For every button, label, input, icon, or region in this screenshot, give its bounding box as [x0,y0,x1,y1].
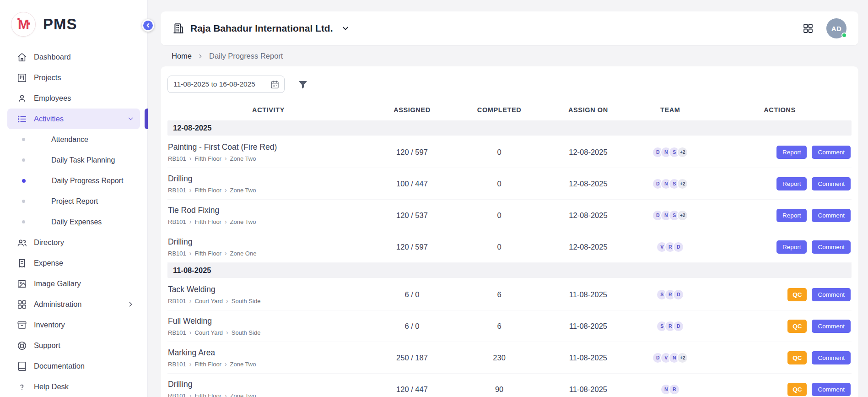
chevron-right-icon: › [225,218,227,225]
comment-button[interactable]: Comment [812,146,851,159]
qc-button[interactable]: QC [787,320,807,333]
sidebar-item-projects[interactable]: Projects [7,67,140,88]
date-group-header: 12-08-2025 [167,120,852,136]
path-segment: RB101 [168,329,186,336]
activity-cell: Full WeldingRB101›Court Yard›South Side [167,316,369,336]
sidebar-item-dashboard[interactable]: Dashboard [7,47,140,67]
sidebar-subitem-daily-expenses[interactable]: Daily Expenses [7,212,140,232]
comment-button[interactable]: Comment [812,288,851,301]
path-segment: Fifth Floor [194,187,221,194]
sidebar-subitem-daily-progress-report[interactable]: Daily Progress Report [7,170,140,191]
path-segment: Fifth Floor [194,361,221,368]
qc-button[interactable]: QC [787,288,807,301]
comment-button[interactable]: Comment [812,383,851,396]
report-button[interactable]: Report [776,240,807,254]
activity-name: Drilling [168,237,369,247]
team-avatar[interactable]: D [673,321,684,332]
sidebar-item-label: Documentation [34,362,85,370]
sidebar-item-administration[interactable]: Administration [7,294,140,315]
sidebar-collapse-button[interactable] [142,19,154,32]
report-button[interactable]: Report [776,146,807,159]
team-overflow-badge[interactable]: +2 [677,210,688,221]
chevron-right-icon: › [225,392,227,397]
sidebar-item-label: Directory [34,238,64,247]
company-selector[interactable]: Raja Bahadur International Ltd. [173,22,350,34]
sidebar-item-inventory[interactable]: Inventory [7,315,140,335]
team-avatar[interactable]: D [673,241,684,253]
sidebar-item-label: Inventory [34,321,65,329]
sidebar-item-image-gallary[interactable]: Image Gallary [7,273,140,294]
activity-cell: DrillingRB101›Fifth Floor›Zone Two [167,380,369,397]
activity-cell: Tack WeldingRB101›Court Yard›South Side [167,285,369,305]
column-header-completed: COMPLETED [455,106,544,114]
assigned-value: 100 / 447 [369,179,455,188]
activity-cell: Tie Rod FixingRB101›Fifth Floor›Zone Two [167,206,369,225]
chevron-right-icon: › [225,361,227,367]
sidebar-item-documentation[interactable]: Documentation [7,356,140,376]
assigned-value: 120 / 597 [369,243,455,251]
apps-grid-icon[interactable] [803,23,814,34]
sidebar-subitem-project-report[interactable]: Project Report [7,191,140,212]
chevron-right-icon: › [226,329,228,336]
docs-icon [17,361,27,371]
team-overflow-badge[interactable]: +2 [677,352,688,364]
completed-value: 230 [455,353,544,362]
team-avatar[interactable]: R [669,384,680,395]
activity-location-path: RB101›Fifth Floor›Zone Two [168,155,369,162]
sidebar-subitem-daily-task-planning[interactable]: Daily Task Planning [7,150,140,170]
sidebar-subitem-attendance[interactable]: Attendance [7,129,140,150]
activity-row: Painting - First Coat (Fire Red)RB101›Fi… [167,136,852,168]
qc-button[interactable]: QC [787,383,807,396]
sidebar-nav: DashboardProjectsEmployeesActivitiesAtte… [0,47,147,397]
chevron-down-icon [127,115,135,123]
assigned-value: 250 / 187 [369,353,455,362]
activity-row: Full WeldingRB101›Court Yard›South Side6… [167,310,852,342]
comment-button[interactable]: Comment [812,351,851,364]
comment-button[interactable]: Comment [812,320,851,333]
column-header-actions: ACTIONS [708,106,852,114]
team-overflow-badge[interactable]: +2 [677,147,688,158]
sidebar-item-expense[interactable]: Expense [7,253,140,273]
assign-on-value: 11-08-2025 [544,322,632,331]
actions-cell: QCComment [708,288,852,301]
report-button[interactable]: Report [776,209,807,222]
date-range-picker[interactable] [167,76,285,93]
sidebar-item-directory[interactable]: Directory [7,232,140,253]
path-segment: Zone Two [230,187,256,194]
completed-value: 0 [455,148,544,157]
team-overflow-badge[interactable]: +2 [677,178,688,190]
breadcrumb-current-page: Daily Progress Report [209,52,283,60]
filter-funnel-icon[interactable] [297,79,308,90]
chevron-right-icon: › [189,250,192,256]
sidebar-item-label: Employees [34,94,71,103]
sidebar-item-label: Expense [34,259,63,267]
comment-button[interactable]: Comment [812,240,851,254]
qc-button[interactable]: QC [787,351,807,364]
breadcrumb-home-link[interactable]: Home [172,52,192,60]
activity-cell: Painting - First Coat (Fire Red)RB101›Fi… [167,142,369,162]
comment-button[interactable]: Comment [812,177,851,190]
completed-value: 6 [455,290,544,299]
activity-name: Marking Area [168,348,369,358]
report-button[interactable]: Report [776,177,807,190]
path-segment: RB101 [168,392,186,397]
sidebar-item-activities[interactable]: Activities [7,109,140,129]
bullet-icon [22,200,25,203]
sidebar-item-employees[interactable]: Employees [7,88,140,109]
building-icon [173,22,184,34]
activity-location-path: RB101›Fifth Floor›Zone Two [168,361,369,368]
completed-value: 0 [455,179,544,188]
sidebar-item-support[interactable]: Support [7,335,140,356]
gallery-icon [17,279,27,289]
activity-row: Tack WeldingRB101›Court Yard›South Side6… [167,279,852,310]
user-avatar[interactable]: AD [826,18,846,38]
team-cell: VRD [633,241,708,253]
projects-icon [17,73,27,83]
date-range-input[interactable] [173,80,266,88]
sidebar: M PMS DashboardProjectsEmployeesActiviti… [0,0,148,397]
team-avatar[interactable]: D [673,289,684,300]
comment-button[interactable]: Comment [812,209,851,222]
chevron-right-icon: › [225,250,227,256]
sidebar-item-help-desk[interactable]: Help Desk [7,376,140,397]
activity-row: Tie Rod FixingRB101›Fifth Floor›Zone Two… [167,200,852,231]
